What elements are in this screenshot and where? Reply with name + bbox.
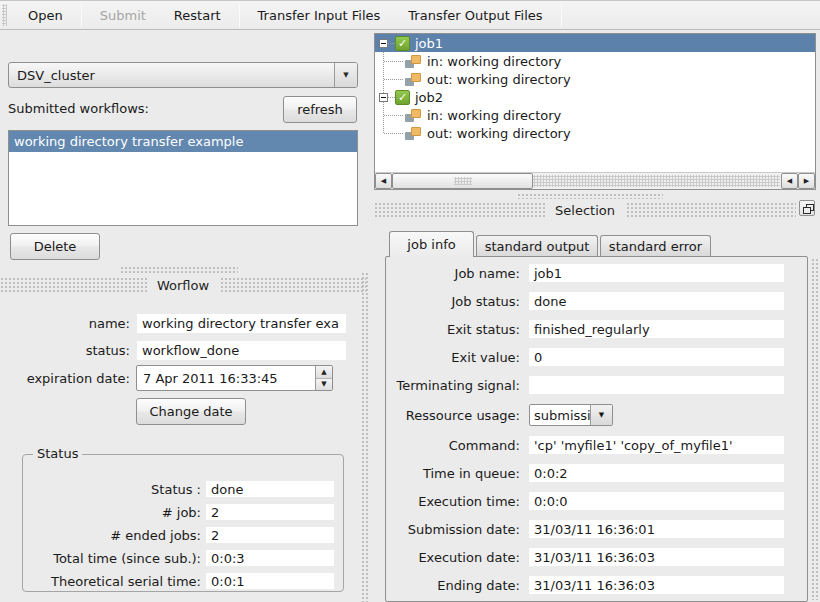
job-info-panel: Job name: job1 Job status: done Exit sta… [385, 256, 808, 602]
ressource-usage-combobox[interactable]: submissi ▼ [529, 404, 613, 426]
tree-row-label: job2 [415, 90, 443, 105]
collapse-icon[interactable] [379, 93, 388, 102]
expiration-date-spinbox[interactable]: 7 Apr 2011 16:33:45 ▲ ▼ [136, 365, 333, 391]
workflow-dock-title: Worflow [147, 278, 219, 293]
status-row-value: done [206, 481, 334, 497]
status-groupbox-title: Status [33, 446, 82, 461]
delete-button[interactable]: Delete [10, 233, 100, 260]
ressource-usage-value: submissi [530, 405, 590, 425]
submission-date-label: Submission date: [386, 522, 529, 537]
execution-date-label: Execution date: [386, 550, 529, 565]
toolbar-separator [81, 3, 82, 27]
resource-combobox[interactable]: DSV_cluster ▼ [8, 62, 358, 88]
tree-row-job1-in[interactable]: in: working directory [375, 52, 815, 70]
scroll-left-button[interactable]: ◀ [375, 173, 392, 189]
tree-connector [375, 70, 405, 88]
workflow-list[interactable]: working directory transfer example [8, 130, 358, 226]
transfer-output-files-button[interactable]: Transfer Output Files [395, 4, 555, 27]
chevron-down-icon: ▼ [334, 63, 357, 87]
execution-time-label: Execution time: [386, 494, 529, 509]
dock-float-button[interactable] [799, 200, 815, 216]
tree-connector [375, 106, 405, 124]
workflow-dock-handle[interactable] [120, 266, 238, 273]
change-date-button[interactable]: Change date [136, 398, 246, 425]
tab-standard-error[interactable]: standard error [600, 235, 711, 257]
toolbar-separator [561, 3, 562, 27]
tab-label: standard output [485, 239, 590, 254]
job-name-label: Job name: [386, 266, 529, 281]
time-in-queue-label: Time in queue: [386, 466, 529, 481]
total-time-value: 0:0:3 [206, 550, 334, 566]
terminating-signal-label: Terminating signal: [386, 378, 529, 393]
chevron-down-icon: ▼ [590, 405, 612, 425]
right-dock-handle[interactable] [811, 258, 818, 600]
time-in-queue-field: 0:0:2 [529, 464, 784, 482]
transfer-folder-icon [405, 126, 422, 141]
tab-standard-output[interactable]: standard output [476, 235, 598, 257]
toolbar-grip[interactable] [2, 4, 7, 26]
tree-row-label: out: working directory [427, 72, 571, 87]
tree-row-label: in: working directory [427, 108, 561, 123]
status-label: status: [0, 343, 130, 358]
scroll-left-button-secondary[interactable]: ◀ [781, 173, 798, 189]
name-label: name: [0, 316, 130, 331]
status-groupbox: Status Status : done # job: 2 # ended jo… [22, 454, 344, 592]
open-button[interactable]: Open [15, 4, 76, 27]
workflow-list-item[interactable]: working directory transfer example [9, 131, 357, 152]
resource-combobox-value: DSV_cluster [9, 68, 334, 83]
expiration-date-label: expiration date: [0, 371, 130, 386]
selection-dock-handle[interactable] [517, 193, 663, 199]
job-done-icon: ✓ [395, 36, 410, 51]
collapse-icon[interactable] [379, 39, 388, 48]
job-count-label: # job: [23, 505, 201, 520]
scroll-right-button[interactable]: ▶ [798, 173, 815, 189]
thumb-grip-icon [454, 177, 472, 185]
status-row-label: Status : [23, 482, 201, 497]
tree-connector [375, 124, 405, 142]
toolbar: Open Submit Restart Transfer Input Files… [0, 0, 820, 30]
panel-splitter-handle[interactable] [361, 272, 368, 602]
serial-time-value: 0:0:1 [206, 573, 334, 589]
tree-row-job1[interactable]: ✓ job1 [375, 34, 815, 52]
tree-row-job2-out[interactable]: out: working directory [375, 124, 815, 142]
transfer-folder-icon [405, 108, 422, 123]
command-label: Command: [386, 438, 529, 453]
refresh-button[interactable]: refresh [283, 96, 357, 123]
tree-row-job2[interactable]: ✓ job2 [375, 88, 815, 106]
terminating-signal-field [529, 376, 784, 394]
ending-date-label: Ending date: [386, 578, 529, 593]
exit-value-label: Exit value: [386, 350, 529, 365]
job-status-field: done [529, 292, 784, 310]
job-count-value: 2 [206, 504, 334, 520]
toolbar-separator [239, 3, 240, 27]
tab-job-info[interactable]: job info [389, 231, 474, 257]
job-status-label: Job status: [386, 294, 529, 309]
tree-row-job1-out[interactable]: out: working directory [375, 70, 815, 88]
restart-button[interactable]: Restart [161, 4, 234, 27]
selection-dock-titlebar[interactable]: Selection [374, 202, 796, 218]
tree-row-label: in: working directory [427, 54, 561, 69]
tree-h-scrollbar[interactable]: ◀ ◀ ▶ [375, 172, 815, 189]
transfer-input-files-button[interactable]: Transfer Input Files [245, 4, 394, 27]
transfer-folder-icon [405, 72, 422, 87]
tree-connector [388, 43, 395, 44]
job-done-icon: ✓ [395, 90, 410, 105]
spin-down-icon[interactable]: ▼ [316, 379, 332, 391]
command-field: 'cp' 'myfile1' 'copy_of_myfile1' [529, 436, 784, 454]
scrollbar-thumb[interactable] [392, 173, 533, 189]
workflow-tree[interactable]: ✓ job1 in: working directory out: workin… [374, 33, 816, 190]
serial-time-label: Theoretical serial time: [23, 574, 201, 589]
tree-row-job2-in[interactable]: in: working directory [375, 106, 815, 124]
exit-status-field: finished_regularly [529, 320, 784, 338]
submission-date-field: 31/03/11 16:36:01 [529, 520, 784, 538]
spin-up-icon[interactable]: ▲ [316, 366, 332, 379]
workflow-dock-titlebar[interactable]: Worflow [0, 277, 366, 293]
tab-label: job info [407, 237, 455, 252]
tree-row-label: job1 [415, 36, 443, 51]
ressource-usage-label: Ressource usage: [386, 408, 529, 423]
job-name-field: job1 [529, 264, 784, 282]
selection-dock-title: Selection [545, 203, 625, 218]
submit-button[interactable]: Submit [87, 4, 159, 27]
transfer-folder-icon [405, 54, 422, 69]
total-time-label: Total time (since sub.): [23, 551, 201, 566]
